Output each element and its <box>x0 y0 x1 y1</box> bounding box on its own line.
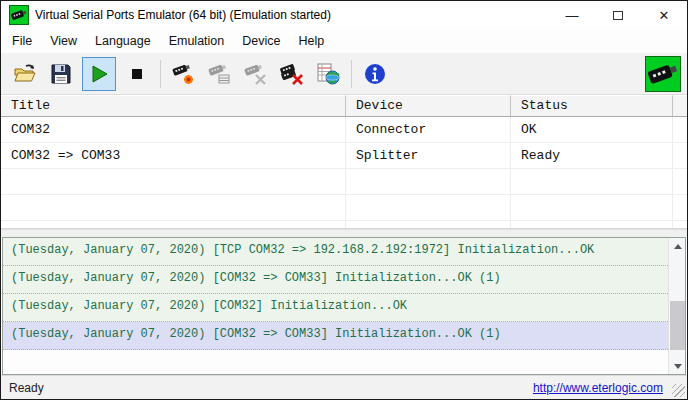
save-button[interactable] <box>46 59 76 89</box>
cell-status: Ready <box>511 143 673 168</box>
minimize-icon: — <box>566 8 579 23</box>
table-row[interactable]: COM32 => COM33 Splitter Ready <box>1 143 687 169</box>
cell-title: COM32 <box>1 117 346 142</box>
save-icon <box>49 62 73 86</box>
toolbar <box>1 53 687 95</box>
minimize-button[interactable]: — <box>549 1 595 29</box>
header-cell-status[interactable]: Status <box>511 95 673 117</box>
cell-status: OK <box>511 117 673 142</box>
status-bar: Ready http://www.eterlogic.com <box>1 375 687 399</box>
stop-icon <box>125 62 149 86</box>
device-list-globe-icon <box>316 62 340 86</box>
cell-device: Splitter <box>346 143 511 168</box>
window-title: Virtual Serial Ports Emulator (64 bit) (… <box>35 8 549 22</box>
close-button[interactable]: ✕ <box>641 1 687 29</box>
log-entries: (Tuesday, January 07, 2020) [TCP COM32 =… <box>3 238 668 374</box>
menu-item-emulation[interactable]: Emulation <box>160 31 234 51</box>
log-entry[interactable]: (Tuesday, January 07, 2020) [COM32] Init… <box>3 294 668 322</box>
table-row-empty <box>1 169 687 195</box>
cell-device: Connector <box>346 117 511 142</box>
device-table: Title Device Status COM32 Connector OK C… <box>1 95 687 229</box>
splitter[interactable] <box>1 229 687 237</box>
chevron-up-icon <box>674 244 682 249</box>
open-folder-icon <box>13 62 37 86</box>
app-logo <box>645 56 681 92</box>
app-window: Virtual Serial Ports Emulator (64 bit) (… <box>0 0 688 400</box>
maximize-icon <box>613 11 623 20</box>
stop-emulation-button[interactable] <box>122 59 152 89</box>
status-text: Ready <box>1 381 533 395</box>
scroll-down-button[interactable] <box>669 358 686 374</box>
menu-item-device[interactable]: Device <box>233 31 289 51</box>
log-panel: (Tuesday, January 07, 2020) [TCP COM32 =… <box>2 237 686 375</box>
window-controls: — ✕ <box>549 1 687 29</box>
start-emulation-button[interactable] <box>82 57 116 91</box>
scroll-up-button[interactable] <box>669 238 686 254</box>
website-link[interactable]: http://www.eterlogic.com <box>533 381 663 395</box>
app-icon <box>9 5 29 25</box>
log-entry[interactable]: (Tuesday, January 07, 2020) [COM32 => CO… <box>3 266 668 294</box>
close-icon: ✕ <box>659 8 670 23</box>
resize-grip[interactable] <box>672 384 685 397</box>
device-list-button[interactable] <box>313 59 343 89</box>
reconfigure-device-button[interactable] <box>205 59 235 89</box>
about-button[interactable] <box>360 59 390 89</box>
info-icon <box>363 62 387 86</box>
reconfigure-device-icon <box>208 62 232 86</box>
header-cell-title[interactable]: Title <box>1 95 346 117</box>
menu-item-file[interactable]: File <box>3 31 41 51</box>
header-cell-stub <box>673 95 687 117</box>
create-device-icon <box>172 62 196 86</box>
table-row-empty <box>1 195 687 221</box>
menu-item-language[interactable]: Language <box>86 31 160 51</box>
menu-bar: File View Language Emulation Device Help <box>1 29 687 53</box>
scroll-thumb[interactable] <box>670 301 685 350</box>
delete-device-icon <box>244 62 268 86</box>
toolbar-separator <box>351 60 352 88</box>
header-cell-device[interactable]: Device <box>346 95 511 117</box>
menu-item-view[interactable]: View <box>41 31 86 51</box>
delete-device-button[interactable] <box>241 59 271 89</box>
log-entry[interactable]: (Tuesday, January 07, 2020) [TCP COM32 =… <box>3 238 668 266</box>
table-row[interactable]: COM32 Connector OK <box>1 117 687 143</box>
cell-title: COM32 => COM33 <box>1 143 346 168</box>
open-button[interactable] <box>10 59 40 89</box>
create-device-button[interactable] <box>169 59 199 89</box>
menu-item-help[interactable]: Help <box>289 31 333 51</box>
title-bar: Virtual Serial Ports Emulator (64 bit) (… <box>1 1 687 29</box>
toolbar-separator <box>160 60 161 88</box>
play-icon <box>87 62 111 86</box>
chevron-down-icon <box>674 364 682 369</box>
table-header: Title Device Status <box>1 95 687 117</box>
log-entry-selected[interactable]: (Tuesday, January 07, 2020) [COM32 => CO… <box>3 322 668 350</box>
log-scrollbar[interactable] <box>668 238 685 374</box>
delete-all-devices-button[interactable] <box>277 59 307 89</box>
maximize-button[interactable] <box>595 1 641 29</box>
table-row-empty <box>1 221 687 229</box>
delete-all-devices-icon <box>280 62 304 86</box>
